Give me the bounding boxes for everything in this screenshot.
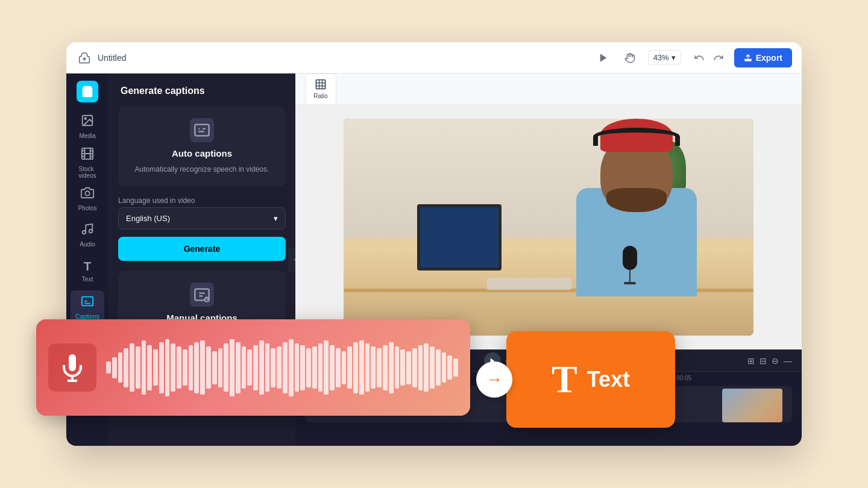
waveform-bar-51 (406, 351, 411, 384)
arrow-icon: → (486, 370, 503, 389)
waveform-bar-23 (242, 346, 247, 389)
canvas-toolbar: Ratio (295, 74, 802, 105)
waveform-bar-3 (124, 348, 128, 387)
app-logo (77, 81, 98, 102)
audio-label: Audio (80, 241, 95, 248)
media-label: Media (79, 133, 95, 139)
waveform-bar-13 (183, 349, 187, 386)
waveform-bar-6 (142, 340, 146, 395)
sidebar-item-audio[interactable]: Audio (71, 218, 104, 252)
svg-marker-0 (600, 54, 606, 62)
waveform-bar-35 (312, 346, 317, 389)
waveform-bar-4 (130, 343, 134, 392)
svg-rect-20 (195, 125, 209, 136)
waveform-bar-19 (218, 348, 223, 387)
photos-icon (81, 186, 94, 202)
auto-captions-card[interactable]: Auto captions Automatically recognize sp… (118, 106, 286, 187)
captions-icon (81, 295, 94, 311)
zoom-control[interactable]: 43% ▾ (648, 50, 681, 65)
zoom-out-icon[interactable]: ⊖ (772, 356, 779, 366)
svg-point-14 (83, 231, 86, 234)
language-value: English (US) (126, 214, 170, 223)
zoom-chevron-icon: ▾ (671, 53, 676, 62)
text-icon: T (84, 260, 91, 274)
waveform-bar-38 (330, 345, 335, 390)
export-button[interactable]: Export (734, 48, 792, 67)
ratio-button[interactable]: Ratio (305, 74, 336, 105)
manual-captions-icon (190, 283, 214, 307)
sidebar-item-stock-videos[interactable]: Stockvideos (71, 146, 104, 180)
play-mode-icon[interactable] (595, 49, 612, 66)
upload-icon[interactable] (76, 49, 93, 66)
waveform-bar-22 (236, 342, 241, 393)
waveform-bar-30 (283, 342, 288, 393)
waveform-bar-34 (306, 348, 311, 387)
waveform-bar-24 (247, 349, 252, 386)
waveform-bar-18 (212, 351, 217, 384)
export-label: Export (756, 53, 782, 63)
waveform-bar-2 (118, 352, 123, 383)
undo-button[interactable] (691, 49, 708, 66)
top-bar-left: Untitled (76, 49, 588, 66)
generate-button[interactable]: Generate (118, 237, 286, 261)
zoom-level: 43% (653, 53, 669, 62)
waveform-bar-42 (353, 342, 358, 393)
scene-split-icon[interactable]: ⊞ (747, 356, 755, 366)
svg-point-13 (85, 191, 89, 195)
waveform-bar-36 (318, 343, 323, 392)
waveform-bar-28 (271, 348, 275, 387)
waveform-bar-53 (418, 345, 423, 390)
waveform-bar-57 (442, 352, 447, 383)
waveform-bar-5 (136, 346, 140, 389)
thumbnail-mini (722, 389, 782, 422)
text-card-label: Text (587, 367, 630, 392)
waveform-bar-44 (365, 343, 370, 392)
waveform-bar-54 (424, 343, 429, 392)
waveform-bar-49 (395, 346, 400, 389)
hand-tool-icon[interactable] (621, 49, 638, 66)
sidebar-item-text[interactable]: T Text (71, 254, 104, 288)
waveform-bar-10 (165, 339, 170, 396)
sidebar-item-media[interactable]: Media (71, 110, 104, 143)
sidebar-item-photos[interactable]: Photos (71, 182, 104, 216)
waveform-bar-33 (300, 345, 305, 390)
waveform-bar-25 (253, 345, 258, 390)
waveform-bar-47 (383, 345, 388, 390)
svg-point-15 (89, 230, 93, 233)
waveform-bar-1 (112, 357, 117, 378)
waveform-bar-52 (412, 348, 417, 387)
waveform-bar-11 (171, 343, 175, 392)
text-card-overlay: T Text (506, 331, 675, 428)
top-bar: Untitled 43% ▾ (66, 42, 802, 74)
panel-collapse-handle[interactable] (288, 248, 295, 272)
waveform-bar-12 (177, 346, 181, 389)
svg-rect-23 (316, 80, 326, 89)
waveform-bar-55 (430, 346, 435, 389)
waveform-bar-39 (336, 348, 341, 387)
language-chevron-icon: ▾ (274, 214, 278, 223)
waveform-bar-8 (153, 349, 158, 386)
language-select[interactable]: English (US) ▾ (118, 207, 286, 230)
waveform-bar-21 (230, 339, 234, 396)
media-icon (81, 114, 94, 130)
waveform-bar-29 (277, 346, 281, 389)
video-preview (344, 119, 753, 336)
waveform-bar-32 (295, 343, 300, 392)
ratio-label: Ratio (313, 93, 327, 99)
timeline-tools: ⊞ ⊟ ⊖ — (747, 356, 792, 366)
magnet-icon[interactable]: ⊟ (760, 356, 767, 366)
language-label: Language used in video (108, 196, 295, 205)
mic-icon-container (48, 343, 96, 392)
redo-button[interactable] (710, 49, 727, 66)
text-T-icon: T (552, 357, 577, 402)
waveform-bar-20 (224, 343, 228, 392)
waveform-bar-45 (371, 346, 376, 389)
waveform-bar-17 (206, 346, 211, 389)
svg-point-4 (84, 117, 86, 119)
waveform-bar-37 (324, 340, 329, 395)
waveform-bar-0 (106, 361, 111, 374)
waveform-bar-31 (289, 339, 294, 396)
audio-icon (81, 222, 94, 239)
waveform-bar-27 (265, 343, 270, 392)
zoom-slider[interactable]: — (784, 356, 792, 366)
